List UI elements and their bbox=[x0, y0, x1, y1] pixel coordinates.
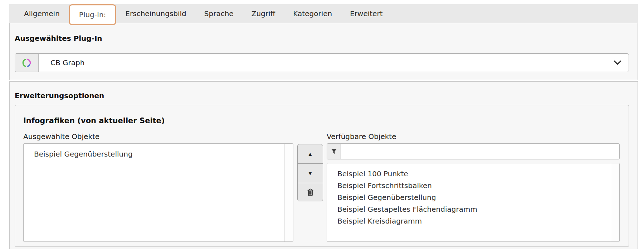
arrow-up-icon: ▲ bbox=[308, 151, 313, 157]
extension-options-panel: Erweiterungsoptionen Infografiken (von a… bbox=[9, 81, 638, 249]
plugin-select[interactable]: CB Graph bbox=[15, 53, 629, 72]
settings-page: AllgemeinPlug-In:ErscheinungsbildSprache… bbox=[0, 0, 644, 249]
list-item[interactable]: Beispiel Gegenüberstellung bbox=[337, 192, 609, 203]
list-item[interactable]: Beispiel Gegenüberstellung bbox=[34, 148, 282, 160]
filter-button[interactable] bbox=[327, 143, 341, 159]
transfer-columns: Ausgewählte Objekte Beispiel Gegenüberst… bbox=[23, 132, 620, 242]
plugin-select-value: CB Graph bbox=[39, 54, 606, 72]
trash-icon bbox=[306, 188, 315, 197]
filter-icon bbox=[331, 149, 337, 154]
list-item[interactable]: Beispiel Kreisdiagramm bbox=[337, 215, 609, 227]
tab-zugriff[interactable]: Zugriff bbox=[243, 4, 284, 23]
arrow-down-icon: ▼ bbox=[308, 170, 313, 176]
move-down-button[interactable]: ▼ bbox=[297, 163, 323, 183]
tab-allgemein[interactable]: Allgemein bbox=[15, 4, 69, 23]
remove-button[interactable] bbox=[297, 183, 323, 201]
scrollbar[interactable] bbox=[611, 163, 619, 241]
available-objects-label: Verfügbare Objekte bbox=[327, 132, 620, 141]
available-objects-column: Verfügbare Objekte Beispiel 100 P bbox=[327, 132, 620, 242]
filter-row bbox=[327, 143, 620, 159]
selected-plugin-panel: Ausgewähltes Plug-In CB Graph bbox=[9, 23, 638, 80]
selected-objects-list[interactable]: Beispiel Gegenüberstellung bbox=[23, 143, 293, 242]
selected-plugin-heading: Ausgewähltes Plug-In bbox=[15, 34, 629, 43]
infographics-title: Infografiken (von aktueller Seite) bbox=[23, 116, 620, 125]
tab-plug-in[interactable]: Plug-In: bbox=[69, 4, 117, 25]
infographics-box: Infografiken (von aktueller Seite) Ausge… bbox=[15, 105, 629, 247]
filter-input[interactable] bbox=[341, 143, 620, 159]
list-item[interactable]: Beispiel Gestapeltes Flächendiagramm bbox=[337, 203, 609, 215]
selected-objects-column: Ausgewählte Objekte Beispiel Gegenüberst… bbox=[23, 132, 293, 242]
scrollbar[interactable] bbox=[284, 144, 293, 241]
transfer-controls: ▲ ▼ bbox=[297, 132, 323, 201]
extension-options-heading: Erweiterungsoptionen bbox=[15, 91, 629, 100]
list-item[interactable]: Beispiel 100 Punkte bbox=[337, 168, 609, 180]
tab-erscheinungsbild[interactable]: Erscheinungsbild bbox=[116, 4, 195, 23]
selected-objects-label: Ausgewählte Objekte bbox=[23, 132, 293, 141]
donut-chart-icon bbox=[15, 54, 39, 72]
tab-kategorien[interactable]: Kategorien bbox=[284, 4, 341, 23]
chevron-down-icon bbox=[606, 54, 629, 72]
available-objects-list[interactable]: Beispiel 100 PunkteBeispiel Fortschritts… bbox=[327, 163, 620, 242]
list-item[interactable]: Beispiel Fortschrittsbalken bbox=[337, 180, 609, 192]
tab-bar: AllgemeinPlug-In:ErscheinungsbildSprache… bbox=[9, 4, 638, 23]
move-up-button[interactable]: ▲ bbox=[297, 144, 323, 164]
tab-erweitert[interactable]: Erweitert bbox=[341, 4, 391, 23]
tab-sprache[interactable]: Sprache bbox=[195, 4, 243, 23]
